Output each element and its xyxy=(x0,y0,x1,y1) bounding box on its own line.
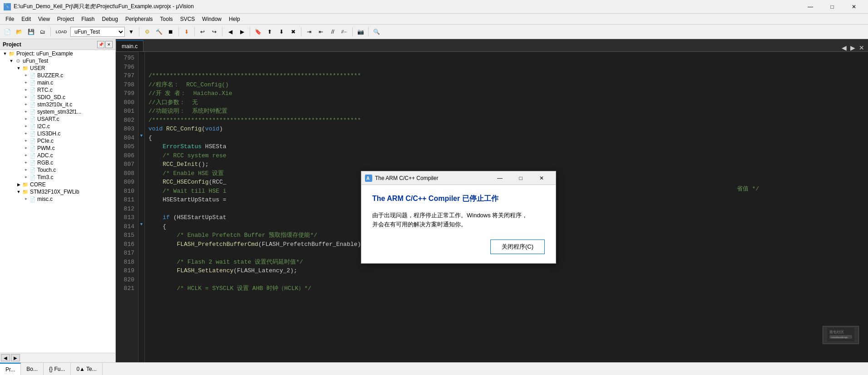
download-btn[interactable]: ⬇ xyxy=(181,26,192,37)
comment-btn[interactable]: // xyxy=(327,26,338,37)
tree-target[interactable]: ▼ ⚙ uFun_Test xyxy=(0,57,115,65)
undo-btn[interactable]: ↩ xyxy=(197,26,208,37)
tree-file-buzzer[interactable]: + 📄 BUZZER.c xyxy=(0,72,115,79)
forward-btn[interactable]: ▶ xyxy=(237,26,247,37)
dialog-minimize-btn[interactable]: — xyxy=(489,171,510,185)
menu-tools[interactable]: Tools xyxy=(157,14,177,24)
target-select[interactable]: uFun_Test xyxy=(70,27,125,37)
system-expander[interactable]: + xyxy=(23,109,29,115)
touch-expander[interactable]: + xyxy=(23,167,29,173)
tree-file-main[interactable]: + 📄 main.c xyxy=(0,79,115,86)
redo-btn[interactable]: ↪ xyxy=(209,26,220,37)
bottom-tab-books[interactable]: Bo... xyxy=(21,363,44,375)
menu-svcs[interactable]: SVCS xyxy=(177,14,199,24)
i2c-expander[interactable]: + xyxy=(23,123,29,130)
clear-bookmark-btn[interactable]: ✖ xyxy=(288,26,299,37)
tree-file-misc[interactable]: + 📄 misc.c xyxy=(0,195,115,203)
close-panel-btn[interactable]: ✕ xyxy=(105,41,113,48)
pin-panel-btn[interactable]: 📌 xyxy=(97,41,104,48)
uncomment-btn[interactable]: //← xyxy=(339,26,350,37)
tree-fwlib-group[interactable]: ▼ 📁 STM32F10X_FWLib xyxy=(0,188,115,195)
menu-help[interactable]: Help xyxy=(225,14,244,24)
lis3dh-icon: 📄 xyxy=(29,130,36,137)
dialog-close-btn[interactable]: ✕ xyxy=(531,171,552,185)
dialog-maximize-btn[interactable]: □ xyxy=(510,171,531,185)
lis3dh-expander[interactable]: + xyxy=(23,130,29,137)
tree-root[interactable]: ▼ 📁 Project: uFun_Example xyxy=(0,50,115,57)
tim3-expander[interactable]: + xyxy=(23,174,29,180)
minimize-button[interactable]: — xyxy=(800,0,821,14)
tree-file-touch[interactable]: + 📄 Touch.c xyxy=(0,166,115,174)
buzzer-expander[interactable]: + xyxy=(23,72,29,79)
tree-file-stm32it[interactable]: + 📄 stm32f10x_it.c xyxy=(0,101,115,108)
dialog-close-program-btn[interactable]: 关闭程序(C) xyxy=(490,240,545,254)
rgb-expander[interactable]: + xyxy=(23,160,29,166)
tab-right-btn[interactable]: ▶ xyxy=(848,44,857,51)
menu-file[interactable]: File xyxy=(2,14,18,24)
save-all-btn[interactable]: 🗂 xyxy=(37,26,48,37)
bottom-tab-templates[interactable]: 0▲ Te... xyxy=(71,363,102,375)
sep1 xyxy=(50,27,51,36)
menu-flash[interactable]: Flash xyxy=(78,14,98,24)
bottom-tab-functions[interactable]: {} Fu... xyxy=(44,363,71,375)
user-expander[interactable]: ▼ xyxy=(15,65,22,71)
tree-file-lis3dh[interactable]: + 📄 LIS3DH.c xyxy=(0,130,115,137)
menu-view[interactable]: View xyxy=(35,14,54,24)
scroll-left[interactable]: ◀ xyxy=(1,354,10,361)
tree-file-pwm[interactable]: + 📄 PWM.c xyxy=(0,145,115,152)
tab-left-btn[interactable]: ◀ xyxy=(840,44,848,51)
close-button[interactable]: ✕ xyxy=(843,0,864,14)
tree-file-rtc[interactable]: + 📄 RTC.c xyxy=(0,86,115,94)
misc-expander[interactable]: + xyxy=(23,196,29,202)
rebuild-btn[interactable]: 🔨 xyxy=(153,26,164,37)
stop-btn[interactable]: ⏹ xyxy=(165,26,176,37)
pwm-expander[interactable]: + xyxy=(23,145,29,151)
code-line-801: //功能说明： 系统时钟配置 xyxy=(148,107,864,116)
tree-file-usart[interactable]: + 📄 USART.c xyxy=(0,115,115,123)
adc-expander[interactable]: + xyxy=(23,152,29,159)
fwlib-expander[interactable]: ▼ xyxy=(15,189,22,195)
core-expander[interactable]: ▶ xyxy=(15,181,22,188)
menu-project[interactable]: Project xyxy=(54,14,78,24)
target-dropdown[interactable]: ▼ xyxy=(126,26,137,37)
prev-bookmark-btn[interactable]: ⬆ xyxy=(264,26,275,37)
main-expander[interactable]: + xyxy=(23,80,29,86)
tree-file-tim3[interactable]: + 📄 Tim3.c xyxy=(0,174,115,181)
root-expander[interactable]: ▼ xyxy=(2,50,8,57)
outdent-btn[interactable]: ⇤ xyxy=(316,26,326,37)
sdio-expander[interactable]: + xyxy=(23,94,29,100)
target-expander[interactable]: ▼ xyxy=(8,58,15,64)
tree-file-rgb[interactable]: + 📄 RGB.c xyxy=(0,159,115,166)
tree-file-i2c[interactable]: + 📄 I2C.c xyxy=(0,123,115,130)
tree-file-system[interactable]: + 📄 system_stm32f1... xyxy=(0,108,115,115)
tab-close-btn[interactable]: ✕ xyxy=(857,44,866,51)
menu-window[interactable]: Window xyxy=(198,14,225,24)
tree-file-adc[interactable]: + 📄 ADC.c xyxy=(0,152,115,159)
menu-debug[interactable]: Debug xyxy=(99,14,122,24)
bottom-tab-project[interactable]: Pr... xyxy=(0,363,21,375)
editor-tab-main[interactable]: main.c xyxy=(116,40,143,51)
new-btn[interactable]: 📄 xyxy=(2,26,13,37)
camera-btn[interactable]: 📷 xyxy=(355,26,366,37)
indent-btn[interactable]: ⇥ xyxy=(304,26,315,37)
next-bookmark-btn[interactable]: ⬇ xyxy=(276,26,287,37)
tree-core-group[interactable]: ▶ 📁 CORE xyxy=(0,181,115,188)
scroll-right[interactable]: ▶ xyxy=(11,354,20,361)
tree-file-sdio[interactable]: + 📄 SDIO_SD.c xyxy=(0,94,115,101)
zoom-in-btn[interactable]: 🔍 xyxy=(371,26,382,37)
stm32it-expander[interactable]: + xyxy=(23,101,29,108)
build-btn[interactable]: ⚙ xyxy=(142,26,153,37)
tree-user-group[interactable]: ▼ 📁 USER xyxy=(0,65,115,72)
bookmark-btn[interactable]: 🔖 xyxy=(252,26,263,37)
maximize-button[interactable]: □ xyxy=(822,0,843,14)
usart-expander[interactable]: + xyxy=(23,116,29,122)
back-btn[interactable]: ◀ xyxy=(225,26,236,37)
pcie-expander[interactable]: + xyxy=(23,138,29,144)
load-btn[interactable]: LOAD xyxy=(53,26,69,37)
menu-edit[interactable]: Edit xyxy=(18,14,35,24)
menu-peripherals[interactable]: Peripherals xyxy=(122,14,157,24)
rtc-expander[interactable]: + xyxy=(23,87,29,93)
open-btn[interactable]: 📂 xyxy=(14,26,25,37)
tree-file-pcie[interactable]: + 📄 PCIe.c xyxy=(0,137,115,145)
save-btn[interactable]: 💾 xyxy=(25,26,36,37)
